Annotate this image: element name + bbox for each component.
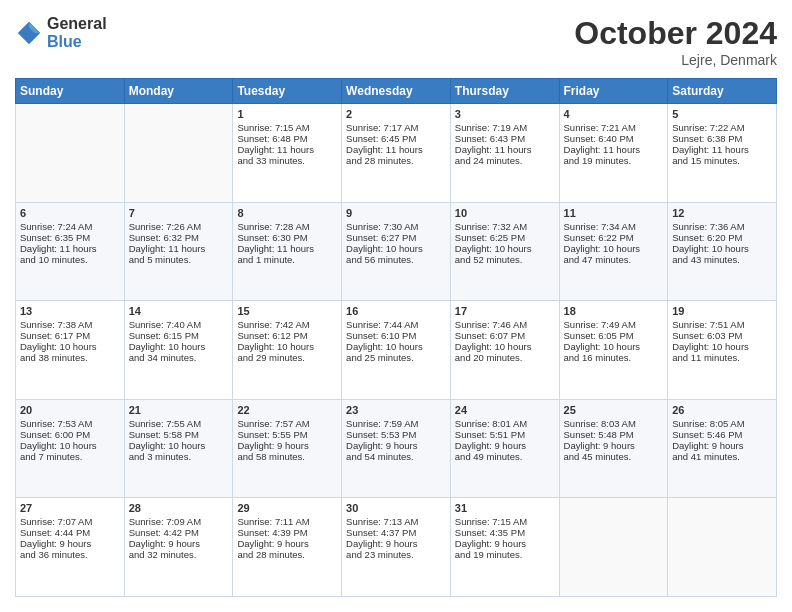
day-info: Daylight: 9 hours (20, 538, 120, 549)
day-info: and 28 minutes. (346, 155, 446, 166)
day-info: Daylight: 9 hours (237, 440, 337, 451)
calendar-cell: 7Sunrise: 7:26 AMSunset: 6:32 PMDaylight… (124, 202, 233, 301)
day-info: Sunset: 6:48 PM (237, 133, 337, 144)
day-info: Sunset: 6:17 PM (20, 330, 120, 341)
title-section: October 2024 Lejre, Denmark (574, 15, 777, 68)
day-info: Sunrise: 7:15 AM (455, 516, 555, 527)
day-info: and 28 minutes. (237, 549, 337, 560)
day-number: 19 (672, 305, 772, 317)
day-info: Sunset: 4:44 PM (20, 527, 120, 538)
day-info: Daylight: 9 hours (455, 538, 555, 549)
day-info: Sunrise: 7:19 AM (455, 122, 555, 133)
calendar-cell: 27Sunrise: 7:07 AMSunset: 4:44 PMDayligh… (16, 498, 125, 597)
calendar-cell: 16Sunrise: 7:44 AMSunset: 6:10 PMDayligh… (342, 301, 451, 400)
day-info: and 11 minutes. (672, 352, 772, 363)
calendar-cell: 14Sunrise: 7:40 AMSunset: 6:15 PMDayligh… (124, 301, 233, 400)
day-info: Sunrise: 7:07 AM (20, 516, 120, 527)
day-info: and 1 minute. (237, 254, 337, 265)
day-info: Daylight: 10 hours (455, 243, 555, 254)
day-info: and 49 minutes. (455, 451, 555, 462)
day-info: Daylight: 9 hours (564, 440, 664, 451)
day-info: Sunrise: 8:01 AM (455, 418, 555, 429)
day-info: Daylight: 9 hours (129, 538, 229, 549)
day-info: Sunrise: 7:42 AM (237, 319, 337, 330)
day-info: Sunset: 6:30 PM (237, 232, 337, 243)
day-info: Sunset: 5:55 PM (237, 429, 337, 440)
day-number: 17 (455, 305, 555, 317)
page: General Blue October 2024 Lejre, Denmark… (0, 0, 792, 612)
day-info: Sunrise: 7:15 AM (237, 122, 337, 133)
location: Lejre, Denmark (574, 52, 777, 68)
day-info: Sunrise: 7:55 AM (129, 418, 229, 429)
day-info: Daylight: 10 hours (129, 341, 229, 352)
day-info: Daylight: 11 hours (237, 243, 337, 254)
calendar-body: 1Sunrise: 7:15 AMSunset: 6:48 PMDaylight… (16, 104, 777, 597)
day-info: and 3 minutes. (129, 451, 229, 462)
calendar-cell: 3Sunrise: 7:19 AMSunset: 6:43 PMDaylight… (450, 104, 559, 203)
day-info: Sunset: 5:48 PM (564, 429, 664, 440)
day-info: Sunrise: 7:26 AM (129, 221, 229, 232)
day-info: Daylight: 10 hours (672, 243, 772, 254)
day-info: and 24 minutes. (455, 155, 555, 166)
day-info: and 33 minutes. (237, 155, 337, 166)
calendar-cell: 18Sunrise: 7:49 AMSunset: 6:05 PMDayligh… (559, 301, 668, 400)
day-info: Sunset: 6:05 PM (564, 330, 664, 341)
day-info: Sunrise: 7:09 AM (129, 516, 229, 527)
day-info: Sunset: 6:00 PM (20, 429, 120, 440)
day-info: and 43 minutes. (672, 254, 772, 265)
day-info: Sunset: 5:53 PM (346, 429, 446, 440)
day-info: Sunrise: 7:36 AM (672, 221, 772, 232)
day-info: Daylight: 10 hours (237, 341, 337, 352)
day-number: 12 (672, 207, 772, 219)
day-info: Sunrise: 8:05 AM (672, 418, 772, 429)
day-info: Daylight: 11 hours (455, 144, 555, 155)
logo-blue: Blue (47, 33, 107, 51)
header-thursday: Thursday (450, 79, 559, 104)
day-info: Sunrise: 7:21 AM (564, 122, 664, 133)
day-info: Daylight: 9 hours (237, 538, 337, 549)
day-number: 28 (129, 502, 229, 514)
calendar-cell: 5Sunrise: 7:22 AMSunset: 6:38 PMDaylight… (668, 104, 777, 203)
day-info: Daylight: 9 hours (346, 440, 446, 451)
day-info: Sunrise: 7:44 AM (346, 319, 446, 330)
day-info: Daylight: 10 hours (20, 440, 120, 451)
calendar-cell: 12Sunrise: 7:36 AMSunset: 6:20 PMDayligh… (668, 202, 777, 301)
calendar-cell (124, 104, 233, 203)
header-monday: Monday (124, 79, 233, 104)
header-tuesday: Tuesday (233, 79, 342, 104)
day-info: and 10 minutes. (20, 254, 120, 265)
day-info: Daylight: 11 hours (129, 243, 229, 254)
day-number: 3 (455, 108, 555, 120)
day-info: Sunrise: 7:11 AM (237, 516, 337, 527)
calendar-cell: 8Sunrise: 7:28 AMSunset: 6:30 PMDaylight… (233, 202, 342, 301)
calendar-cell: 11Sunrise: 7:34 AMSunset: 6:22 PMDayligh… (559, 202, 668, 301)
calendar-cell (559, 498, 668, 597)
day-number: 31 (455, 502, 555, 514)
logo: General Blue (15, 15, 107, 50)
day-info: and 54 minutes. (346, 451, 446, 462)
calendar-cell (16, 104, 125, 203)
calendar-cell: 19Sunrise: 7:51 AMSunset: 6:03 PMDayligh… (668, 301, 777, 400)
day-info: Sunset: 6:15 PM (129, 330, 229, 341)
day-number: 9 (346, 207, 446, 219)
calendar-week-row: 27Sunrise: 7:07 AMSunset: 4:44 PMDayligh… (16, 498, 777, 597)
day-number: 11 (564, 207, 664, 219)
day-number: 13 (20, 305, 120, 317)
day-info: Sunrise: 7:24 AM (20, 221, 120, 232)
day-info: Sunset: 6:10 PM (346, 330, 446, 341)
day-number: 29 (237, 502, 337, 514)
day-info: Daylight: 11 hours (346, 144, 446, 155)
day-info: Daylight: 11 hours (20, 243, 120, 254)
day-info: and 7 minutes. (20, 451, 120, 462)
day-number: 20 (20, 404, 120, 416)
day-info: Sunset: 6:27 PM (346, 232, 446, 243)
day-info: and 29 minutes. (237, 352, 337, 363)
day-number: 5 (672, 108, 772, 120)
calendar-week-row: 6Sunrise: 7:24 AMSunset: 6:35 PMDaylight… (16, 202, 777, 301)
day-info: Sunset: 4:37 PM (346, 527, 446, 538)
day-number: 10 (455, 207, 555, 219)
calendar-cell: 29Sunrise: 7:11 AMSunset: 4:39 PMDayligh… (233, 498, 342, 597)
day-info: Sunrise: 7:59 AM (346, 418, 446, 429)
day-info: Sunset: 6:38 PM (672, 133, 772, 144)
day-info: Sunrise: 7:28 AM (237, 221, 337, 232)
